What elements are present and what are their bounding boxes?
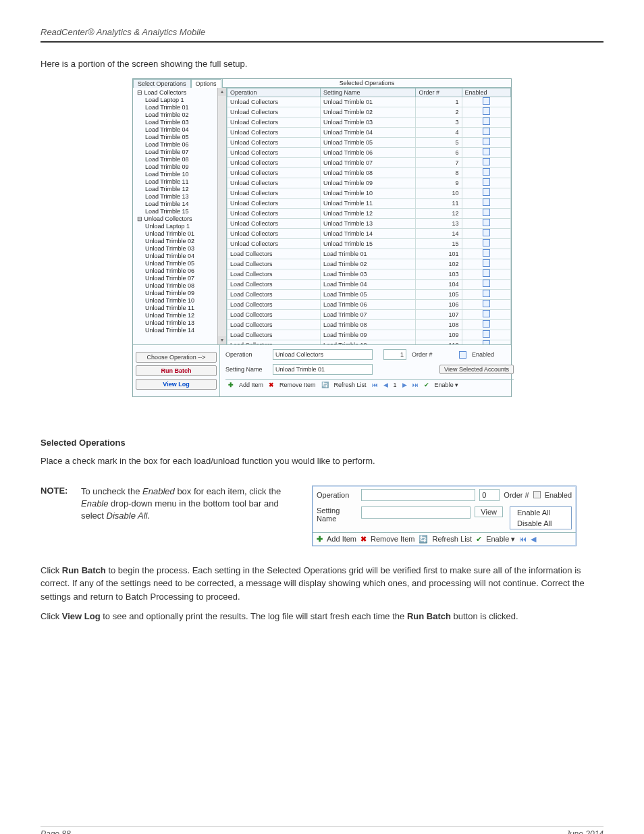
enabled-checkbox[interactable] [483, 340, 490, 344]
table-row[interactable]: Unload CollectorsUnload Trimble 1212 [227, 209, 511, 219]
table-row[interactable]: Unload CollectorsUnload Trimble 088 [227, 168, 511, 178]
tree-item[interactable]: Load Trimble 02 [137, 111, 226, 119]
scroll-down-icon[interactable]: ▾ [218, 336, 226, 344]
tree-item[interactable]: Unload Trimble 02 [137, 238, 226, 245]
table-row[interactable]: Load CollectorsLoad Trimble 10110 [227, 340, 511, 345]
enabled-checkbox[interactable] [483, 249, 490, 257]
s2-enable-dropdown[interactable]: Enable ▾ [486, 535, 515, 544]
s2-remove-item-button[interactable]: Remove Item [371, 535, 414, 543]
table-row[interactable]: Unload CollectorsUnload Trimble 066 [227, 148, 511, 158]
enabled-checkbox[interactable] [483, 138, 490, 145]
nav-last-icon[interactable]: ⏭ [412, 382, 419, 388]
tree-scrollbar[interactable]: ▴ ▾ [217, 88, 226, 344]
tree-item[interactable]: Unload Trimble 13 [137, 319, 226, 327]
table-row[interactable]: Load CollectorsLoad Trimble 09109 [227, 330, 511, 340]
tree-item[interactable]: Unload Trimble 08 [137, 282, 226, 290]
table-row[interactable]: Unload CollectorsUnload Trimble 055 [227, 138, 511, 148]
tree-root-load[interactable]: Load Collectors [144, 89, 187, 96]
table-row[interactable]: Unload CollectorsUnload Trimble 022 [227, 107, 511, 118]
enable-dropdown-menu[interactable]: Enable All Disable All [510, 506, 572, 529]
enabled-checkbox[interactable] [483, 290, 490, 297]
tree-item[interactable]: Load Trimble 01 [137, 104, 226, 111]
tree-item[interactable]: Unload Trimble 09 [137, 290, 226, 297]
tree-item[interactable]: Load Trimble 14 [137, 201, 226, 208]
tree-item[interactable]: Unload Trimble 11 [137, 305, 226, 312]
s2-nav-prev-icon[interactable]: ◀ [531, 535, 536, 544]
form-order-input[interactable]: 1 [383, 349, 406, 360]
enabled-checkbox[interactable] [483, 118, 490, 125]
view-log-button[interactable]: View Log [136, 379, 217, 390]
tree-item[interactable]: Load Trimble 07 [137, 149, 226, 156]
tree-item[interactable]: Unload Trimble 04 [137, 253, 226, 260]
enabled-checkbox[interactable] [483, 168, 490, 176]
enabled-checkbox[interactable] [483, 128, 490, 135]
nav-first-icon[interactable]: ⏮ [372, 382, 378, 388]
remove-item-button[interactable]: Remove Item [279, 382, 316, 388]
form-setting-input[interactable]: Unload Trimble 01 [273, 364, 373, 375]
tree-item[interactable]: Load Trimble 04 [137, 126, 226, 134]
tree-item[interactable]: Unload Trimble 01 [137, 230, 226, 238]
enabled-checkbox[interactable] [483, 158, 490, 165]
refresh-list-button[interactable]: Refresh List [334, 382, 367, 388]
table-row[interactable]: Unload CollectorsUnload Trimble 033 [227, 118, 511, 128]
tree-item[interactable]: Load Trimble 06 [137, 141, 226, 149]
tree-root-unload[interactable]: Unload Collectors [144, 215, 192, 222]
run-batch-button[interactable]: Run Batch [136, 365, 217, 376]
table-row[interactable]: Unload CollectorsUnload Trimble 1111 [227, 199, 511, 209]
table-row[interactable]: Unload CollectorsUnload Trimble 1515 [227, 239, 511, 249]
table-row[interactable]: Load CollectorsLoad Trimble 03103 [227, 269, 511, 280]
table-row[interactable]: Unload CollectorsUnload Trimble 1313 [227, 219, 511, 229]
tree-item[interactable]: Load Trimble 13 [137, 193, 226, 201]
enabled-checkbox[interactable] [483, 310, 490, 317]
table-row[interactable]: Load CollectorsLoad Trimble 04104 [227, 280, 511, 290]
s2-add-item-button[interactable]: Add Item [327, 535, 356, 543]
add-item-button[interactable]: Add Item [239, 382, 263, 388]
tree-item[interactable]: Load Trimble 09 [137, 163, 226, 171]
table-row[interactable]: Load CollectorsLoad Trimble 08108 [227, 320, 511, 330]
tree-item[interactable]: Unload Trimble 03 [137, 245, 226, 253]
tree-item[interactable]: Load Trimble 08 [137, 156, 226, 163]
tree-item[interactable]: Unload Trimble 06 [137, 267, 226, 275]
enabled-checkbox[interactable] [483, 199, 490, 206]
view-selected-accounts-button[interactable]: View Selected Accounts [439, 365, 514, 374]
s2-operation-input[interactable] [361, 489, 475, 501]
tree-item[interactable]: Unload Trimble 05 [137, 260, 226, 267]
tree-item[interactable]: Unload Laptop 1 [137, 223, 226, 230]
s2-refresh-list-button[interactable]: Refresh List [432, 535, 472, 543]
tab-options[interactable]: Options [191, 79, 221, 88]
enabled-checkbox[interactable] [483, 107, 490, 115]
enabled-checkbox[interactable] [483, 280, 490, 287]
col-operation[interactable]: Operation [227, 88, 321, 97]
enabled-checkbox[interactable] [483, 320, 490, 328]
enabled-checkbox[interactable] [483, 229, 490, 236]
enabled-checkbox[interactable] [483, 330, 490, 338]
nav-prev-icon[interactable]: ◀ [383, 382, 388, 388]
form-enabled-checkbox[interactable] [459, 351, 466, 359]
enable-dropdown[interactable]: Enable ▾ [435, 382, 459, 388]
s2-order-input[interactable]: 0 [479, 489, 500, 501]
tree-item[interactable]: Unload Trimble 12 [137, 312, 226, 319]
choose-operation-button[interactable]: Choose Operation --> [136, 352, 217, 363]
tree-item[interactable]: Unload Trimble 07 [137, 275, 226, 282]
tree-item[interactable]: Load Trimble 05 [137, 134, 226, 141]
tab-select-operations[interactable]: Select Operations [133, 79, 191, 88]
tree-item[interactable]: Load Laptop 1 [137, 97, 226, 104]
tree-item[interactable]: Load Trimble 15 [137, 208, 226, 215]
enabled-checkbox[interactable] [483, 259, 490, 267]
table-row[interactable]: Unload CollectorsUnload Trimble 1010 [227, 188, 511, 199]
form-operation-input[interactable]: Unload Collectors [273, 349, 373, 360]
s2-setting-input[interactable] [361, 506, 471, 519]
table-row[interactable]: Unload CollectorsUnload Trimble 099 [227, 178, 511, 188]
table-row[interactable]: Load CollectorsLoad Trimble 06106 [227, 300, 511, 310]
scroll-up-icon[interactable]: ▴ [218, 88, 226, 96]
table-row[interactable]: Load CollectorsLoad Trimble 05105 [227, 290, 511, 300]
table-row[interactable]: Unload CollectorsUnload Trimble 077 [227, 158, 511, 168]
tree-item[interactable]: Load Trimble 11 [137, 178, 226, 186]
menu-disable-all[interactable]: Disable All [510, 518, 571, 529]
enabled-checkbox[interactable] [483, 178, 490, 186]
table-row[interactable]: Load CollectorsLoad Trimble 02102 [227, 259, 511, 269]
enabled-checkbox[interactable] [483, 188, 490, 196]
enabled-checkbox[interactable] [483, 300, 490, 307]
s2-nav-first-icon[interactable]: ⏮ [519, 535, 527, 543]
tree-item[interactable]: Unload Trimble 10 [137, 297, 226, 305]
